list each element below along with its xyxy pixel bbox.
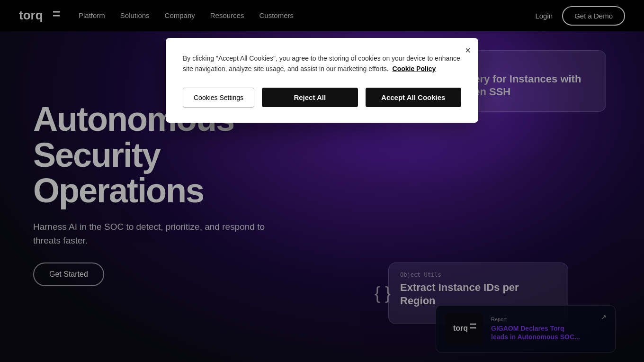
- cookie-body-text: By clicking "Accept All Cookies", you ag…: [183, 53, 461, 74]
- cookie-modal: × By clicking "Accept All Cookies", you …: [166, 38, 478, 123]
- cookie-overlay: × By clicking "Accept All Cookies", you …: [0, 0, 644, 362]
- cookie-close-button[interactable]: ×: [465, 45, 471, 55]
- cookie-buttons: Cookies Settings Reject All Accept All C…: [183, 88, 461, 108]
- cookie-policy-link[interactable]: Cookie Policy: [393, 65, 436, 72]
- reject-all-button[interactable]: Reject All: [262, 88, 358, 107]
- cookies-settings-button[interactable]: Cookies Settings: [183, 88, 254, 108]
- accept-all-button[interactable]: Accept All Cookies: [366, 88, 461, 107]
